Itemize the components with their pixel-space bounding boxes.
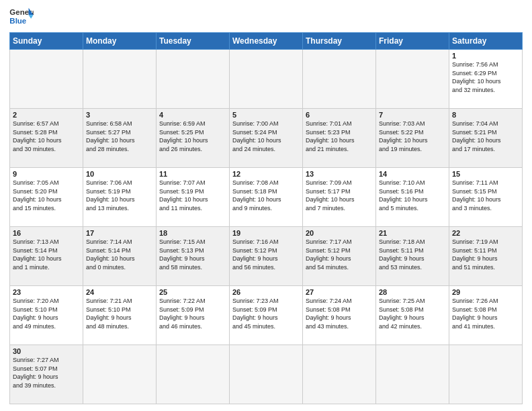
calendar-cell: 20Sunrise: 7:17 AM Sunset: 5:12 PM Dayli… bbox=[303, 227, 376, 286]
calendar-cell: 10Sunrise: 7:06 AM Sunset: 5:19 PM Dayli… bbox=[83, 168, 157, 227]
day-info: Sunrise: 7:18 AM Sunset: 5:11 PM Dayligh… bbox=[379, 238, 446, 271]
day-info: Sunrise: 7:11 AM Sunset: 5:15 PM Dayligh… bbox=[452, 179, 519, 212]
day-number: 7 bbox=[379, 111, 446, 119]
day-number: 25 bbox=[159, 288, 226, 296]
logo: General Blue bbox=[9, 7, 34, 27]
day-info: Sunrise: 7:07 AM Sunset: 5:19 PM Dayligh… bbox=[159, 179, 226, 212]
day-info: Sunrise: 7:21 AM Sunset: 5:10 PM Dayligh… bbox=[86, 297, 153, 330]
day-number: 11 bbox=[159, 170, 226, 178]
day-info: Sunrise: 7:20 AM Sunset: 5:10 PM Dayligh… bbox=[13, 297, 80, 330]
day-info: Sunrise: 7:08 AM Sunset: 5:18 PM Dayligh… bbox=[232, 179, 300, 212]
calendar-week-row: 30Sunrise: 7:27 AM Sunset: 5:07 PM Dayli… bbox=[10, 345, 523, 404]
day-number: 6 bbox=[306, 111, 373, 119]
day-number: 10 bbox=[86, 170, 153, 178]
day-info: Sunrise: 7:16 AM Sunset: 5:12 PM Dayligh… bbox=[232, 238, 300, 271]
calendar-cell: 25Sunrise: 7:22 AM Sunset: 5:09 PM Dayli… bbox=[157, 286, 230, 345]
calendar-cell: 22Sunrise: 7:19 AM Sunset: 5:11 PM Dayli… bbox=[449, 227, 523, 286]
calendar-cell: 7Sunrise: 7:03 AM Sunset: 5:22 PM Daylig… bbox=[376, 109, 449, 168]
day-number: 5 bbox=[232, 111, 300, 119]
calendar-header-tuesday: Tuesday bbox=[157, 33, 230, 50]
calendar-cell bbox=[230, 50, 303, 109]
day-number: 13 bbox=[306, 170, 373, 178]
calendar-week-row: 1Sunrise: 7:56 AM Sunset: 6:29 PM Daylig… bbox=[10, 50, 523, 109]
day-number: 23 bbox=[13, 288, 80, 296]
day-info: Sunrise: 7:56 AM Sunset: 6:29 PM Dayligh… bbox=[452, 60, 519, 94]
calendar-cell: 23Sunrise: 7:20 AM Sunset: 5:10 PM Dayli… bbox=[10, 286, 83, 345]
calendar-cell: 21Sunrise: 7:18 AM Sunset: 5:11 PM Dayli… bbox=[376, 227, 449, 286]
day-info: Sunrise: 7:26 AM Sunset: 5:08 PM Dayligh… bbox=[452, 297, 519, 330]
day-number: 8 bbox=[452, 111, 519, 119]
calendar-cell bbox=[376, 50, 449, 109]
calendar-header-monday: Monday bbox=[83, 33, 157, 50]
calendar-cell: 26Sunrise: 7:23 AM Sunset: 5:09 PM Dayli… bbox=[230, 286, 303, 345]
calendar-cell: 5Sunrise: 7:00 AM Sunset: 5:24 PM Daylig… bbox=[230, 109, 303, 168]
day-number: 26 bbox=[232, 288, 300, 296]
day-info: Sunrise: 7:25 AM Sunset: 5:08 PM Dayligh… bbox=[379, 297, 446, 330]
calendar-cell bbox=[83, 50, 157, 109]
calendar-table: SundayMondayTuesdayWednesdayThursdayFrid… bbox=[9, 32, 523, 404]
calendar-cell: 2Sunrise: 6:57 AM Sunset: 5:28 PM Daylig… bbox=[10, 109, 83, 168]
generalblue-logo-icon: General Blue bbox=[9, 7, 34, 27]
calendar-cell bbox=[157, 345, 230, 404]
calendar-cell: 14Sunrise: 7:10 AM Sunset: 5:16 PM Dayli… bbox=[376, 168, 449, 227]
day-info: Sunrise: 7:00 AM Sunset: 5:24 PM Dayligh… bbox=[232, 120, 300, 153]
calendar-cell bbox=[303, 50, 376, 109]
calendar-week-row: 2Sunrise: 6:57 AM Sunset: 5:28 PM Daylig… bbox=[10, 109, 523, 168]
page: General Blue SundayMondayTuesdayWednesda… bbox=[0, 0, 532, 411]
calendar-cell: 29Sunrise: 7:26 AM Sunset: 5:08 PM Dayli… bbox=[449, 286, 523, 345]
day-info: Sunrise: 7:01 AM Sunset: 5:23 PM Dayligh… bbox=[306, 120, 373, 153]
day-number: 22 bbox=[452, 229, 519, 237]
calendar-week-row: 9Sunrise: 7:05 AM Sunset: 5:20 PM Daylig… bbox=[10, 168, 523, 227]
day-info: Sunrise: 6:58 AM Sunset: 5:27 PM Dayligh… bbox=[86, 120, 153, 153]
calendar-cell: 13Sunrise: 7:09 AM Sunset: 5:17 PM Dayli… bbox=[303, 168, 376, 227]
day-number: 17 bbox=[86, 229, 153, 237]
day-number: 14 bbox=[379, 170, 446, 178]
day-number: 3 bbox=[86, 111, 153, 119]
day-number: 28 bbox=[379, 288, 446, 296]
calendar-week-row: 16Sunrise: 7:13 AM Sunset: 5:14 PM Dayli… bbox=[10, 227, 523, 286]
day-info: Sunrise: 7:27 AM Sunset: 5:07 PM Dayligh… bbox=[13, 356, 80, 390]
day-number: 9 bbox=[13, 170, 80, 178]
calendar-header-friday: Friday bbox=[376, 33, 449, 50]
svg-text:Blue: Blue bbox=[9, 17, 26, 25]
day-number: 19 bbox=[232, 229, 300, 237]
day-info: Sunrise: 7:09 AM Sunset: 5:17 PM Dayligh… bbox=[306, 179, 373, 212]
calendar-cell: 6Sunrise: 7:01 AM Sunset: 5:23 PM Daylig… bbox=[303, 109, 376, 168]
day-number: 12 bbox=[232, 170, 300, 178]
day-number: 16 bbox=[13, 229, 80, 237]
day-info: Sunrise: 7:15 AM Sunset: 5:13 PM Dayligh… bbox=[159, 238, 226, 271]
day-info: Sunrise: 7:22 AM Sunset: 5:09 PM Dayligh… bbox=[159, 297, 226, 330]
calendar-cell bbox=[449, 345, 523, 404]
day-info: Sunrise: 7:13 AM Sunset: 5:14 PM Dayligh… bbox=[13, 238, 80, 271]
calendar-cell bbox=[376, 345, 449, 404]
calendar-header-wednesday: Wednesday bbox=[230, 33, 303, 50]
calendar-cell bbox=[10, 50, 83, 109]
calendar-cell: 24Sunrise: 7:21 AM Sunset: 5:10 PM Dayli… bbox=[83, 286, 157, 345]
calendar-cell: 18Sunrise: 7:15 AM Sunset: 5:13 PM Dayli… bbox=[157, 227, 230, 286]
day-info: Sunrise: 7:14 AM Sunset: 5:14 PM Dayligh… bbox=[86, 238, 153, 271]
day-info: Sunrise: 7:23 AM Sunset: 5:09 PM Dayligh… bbox=[232, 297, 300, 330]
calendar-cell: 12Sunrise: 7:08 AM Sunset: 5:18 PM Dayli… bbox=[230, 168, 303, 227]
day-number: 18 bbox=[159, 229, 226, 237]
day-number: 15 bbox=[452, 170, 519, 178]
day-info: Sunrise: 7:06 AM Sunset: 5:19 PM Dayligh… bbox=[86, 179, 153, 212]
day-info: Sunrise: 6:57 AM Sunset: 5:28 PM Dayligh… bbox=[13, 120, 80, 153]
day-info: Sunrise: 7:10 AM Sunset: 5:16 PM Dayligh… bbox=[379, 179, 446, 212]
calendar-cell bbox=[83, 345, 157, 404]
calendar-cell: 27Sunrise: 7:24 AM Sunset: 5:08 PM Dayli… bbox=[303, 286, 376, 345]
calendar-cell bbox=[157, 50, 230, 109]
day-info: Sunrise: 7:17 AM Sunset: 5:12 PM Dayligh… bbox=[306, 238, 373, 271]
header: General Blue bbox=[9, 7, 523, 27]
calendar-cell: 8Sunrise: 7:04 AM Sunset: 5:21 PM Daylig… bbox=[449, 109, 523, 168]
day-info: Sunrise: 7:24 AM Sunset: 5:08 PM Dayligh… bbox=[306, 297, 373, 330]
day-number: 27 bbox=[306, 288, 373, 296]
calendar-cell: 19Sunrise: 7:16 AM Sunset: 5:12 PM Dayli… bbox=[230, 227, 303, 286]
svg-marker-3 bbox=[29, 15, 34, 18]
day-info: Sunrise: 7:05 AM Sunset: 5:20 PM Dayligh… bbox=[13, 179, 80, 212]
calendar-cell: 28Sunrise: 7:25 AM Sunset: 5:08 PM Dayli… bbox=[376, 286, 449, 345]
day-number: 29 bbox=[452, 288, 519, 296]
calendar-cell: 9Sunrise: 7:05 AM Sunset: 5:20 PM Daylig… bbox=[10, 168, 83, 227]
calendar-cell bbox=[230, 345, 303, 404]
calendar-cell: 17Sunrise: 7:14 AM Sunset: 5:14 PM Dayli… bbox=[83, 227, 157, 286]
calendar-header-sunday: Sunday bbox=[10, 33, 83, 50]
